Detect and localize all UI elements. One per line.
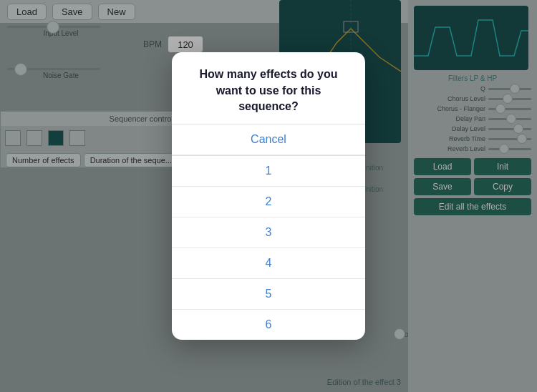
modal-title: How many effects do you want to use for … (172, 52, 365, 123)
modal-option-5[interactable]: 5 (172, 279, 365, 310)
modal-cancel-button[interactable]: Cancel (172, 124, 365, 155)
modal-option-6[interactable]: 6 (172, 310, 365, 340)
modal-overlay: How many effects do you want to use for … (0, 0, 537, 392)
modal-option-2[interactable]: 2 (172, 187, 365, 217)
modal-option-3[interactable]: 3 (172, 217, 365, 248)
modal-dialog: How many effects do you want to use for … (172, 52, 365, 339)
modal-option-1[interactable]: 1 (172, 156, 365, 187)
modal-option-4[interactable]: 4 (172, 248, 365, 279)
